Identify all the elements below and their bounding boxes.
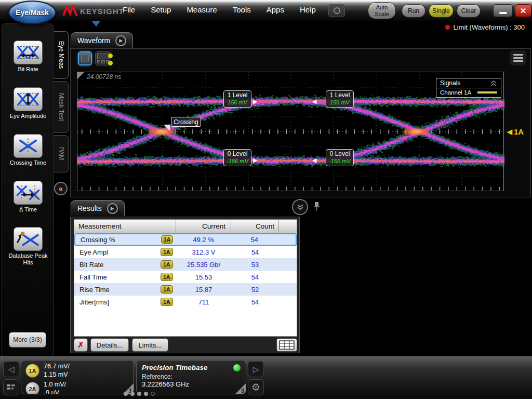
multi-display-icon bbox=[97, 54, 109, 59]
title-bar: KEYSIGHT File Setup Measure Tools Apps H… bbox=[0, 0, 532, 21]
channel-badge: 1A bbox=[161, 298, 172, 306]
clear-button[interactable]: Clear bbox=[457, 4, 481, 18]
results-collapse-button[interactable] bbox=[292, 199, 308, 215]
delete-measurement-button[interactable]: ✗ bbox=[74, 338, 88, 352]
column-measurement[interactable]: Measurement bbox=[74, 220, 176, 233]
one-level-label-right[interactable]: 1 Level 156 mV bbox=[326, 90, 354, 108]
table-row-fall-time[interactable]: Fall Time 1A 15.53 54 bbox=[74, 271, 297, 283]
sidebar-item-label: Crossing Time bbox=[2, 159, 54, 166]
limits-button[interactable]: Limits... bbox=[132, 338, 168, 352]
tab-pam[interactable]: PAM bbox=[54, 135, 69, 172]
zero-level-label-left[interactable]: 0 Level -156 mV bbox=[223, 149, 251, 166]
run-button[interactable]: Run bbox=[402, 4, 425, 18]
legend-channel-swatch bbox=[477, 91, 497, 94]
single-button[interactable]: Single bbox=[429, 4, 454, 18]
table-row-jitter[interactable]: Jitter[rms] 1A 711 54 bbox=[74, 296, 297, 308]
sidebar-item-label: Δ Time bbox=[2, 206, 54, 213]
tab-mask-test[interactable]: Mask Test bbox=[54, 81, 69, 133]
signals-legend[interactable]: Signals Channel 1A bbox=[436, 78, 501, 98]
waveform-menu-button[interactable] bbox=[510, 50, 526, 65]
menu-apps[interactable]: Apps bbox=[267, 5, 284, 14]
channel-badge: 1A bbox=[161, 285, 172, 294]
current-value: 15.87 bbox=[176, 286, 231, 294]
keysight-logo: KEYSIGHT bbox=[62, 5, 124, 17]
channels-next-button[interactable]: ▷ bbox=[248, 361, 264, 377]
single-display-layout-button[interactable] bbox=[78, 51, 92, 65]
settings-button[interactable]: ⚙ bbox=[248, 379, 264, 395]
menu-help[interactable]: Help bbox=[300, 5, 316, 14]
sidebar-item-label: Bit Rate bbox=[2, 66, 54, 73]
measurement-name: Rise Time bbox=[74, 286, 157, 294]
channel-2a-icon[interactable]: 2A bbox=[25, 382, 39, 394]
status-dot-icon bbox=[108, 54, 113, 58]
pin-icon[interactable] bbox=[313, 202, 320, 214]
menu-tools[interactable]: Tools bbox=[233, 5, 251, 14]
minimize-icon bbox=[499, 12, 507, 14]
channel-badge: 1A bbox=[161, 248, 172, 256]
measurement-name: Fall Time bbox=[74, 273, 157, 281]
table-row-eye-ampl[interactable]: Eye Ampl 1A 312.3 V 54 bbox=[74, 246, 297, 258]
reference-label: Reference: bbox=[142, 373, 241, 380]
table-row-bit-rate[interactable]: Bit Rate 1A 25.535 Gb/ 53 bbox=[74, 258, 297, 271]
current-value: 25.535 Gb/ bbox=[176, 261, 231, 269]
minimize-button[interactable] bbox=[493, 4, 513, 17]
status-bar: ◁ 1A 76.7 mV/ 1.15 mV 2A 1.0 mV/ -9 µV bbox=[0, 356, 532, 399]
delta-time-icon bbox=[14, 181, 43, 205]
chevron-up-double-icon[interactable] bbox=[490, 81, 497, 86]
sidebar-item-database-peak-hits[interactable]: Database Peak Hits bbox=[2, 227, 54, 266]
auto-scale-button[interactable]: Auto Scale bbox=[368, 2, 396, 19]
column-count[interactable]: Count bbox=[231, 220, 279, 233]
menu-file[interactable]: File bbox=[123, 5, 135, 14]
channel-list-icon bbox=[7, 384, 16, 391]
legend-channel-label: Channel 1A bbox=[440, 89, 471, 96]
page-indicator-dots[interactable] bbox=[124, 392, 155, 396]
green-led-icon bbox=[233, 364, 241, 371]
level-value: -156 mV bbox=[224, 158, 251, 165]
screenshot-camera-button[interactable] bbox=[328, 4, 345, 17]
close-icon: ✕ bbox=[520, 6, 527, 16]
play-icon[interactable]: ▶ bbox=[107, 203, 118, 214]
channel-list-button[interactable] bbox=[3, 379, 19, 395]
waveform-tab[interactable]: Waveform ▶ bbox=[71, 32, 133, 48]
eye-diagram-plot[interactable]: 24.00728 ns 1 Level 156 mV 1 Level 156 m… bbox=[77, 72, 504, 191]
menu-measure[interactable]: Measure bbox=[187, 5, 217, 14]
count-value: 54 bbox=[231, 248, 279, 256]
crossing-label[interactable]: Crossing bbox=[171, 117, 201, 127]
measurement-name: Crossing % bbox=[75, 236, 158, 244]
sidebar-item-crossing-time[interactable]: Crossing Time bbox=[2, 134, 54, 166]
table-view-button[interactable] bbox=[276, 338, 297, 352]
results-tab[interactable]: Results ▶ bbox=[71, 200, 125, 216]
sidebar-item-delta-time[interactable]: Δ Time bbox=[2, 181, 54, 213]
channels-prev-button[interactable]: ◁ bbox=[3, 361, 19, 377]
column-current[interactable]: Current bbox=[176, 220, 231, 233]
close-button[interactable]: ✕ bbox=[515, 4, 531, 17]
measurement-name: Eye Ampl bbox=[74, 248, 157, 256]
more-measurements-button[interactable]: More (3/3) bbox=[9, 332, 46, 348]
marker-right-icon: ▶ bbox=[253, 157, 257, 164]
channel-1a-marker[interactable]: ◀ 1A bbox=[507, 127, 524, 136]
channel-1a-icon[interactable]: 1A bbox=[25, 364, 39, 378]
channels-panel[interactable]: 1A 76.7 mV/ 1.15 mV 2A 1.0 mV/ -9 µV 1 bbox=[21, 360, 134, 394]
table-row-rise-time[interactable]: Rise Time 1A 15.87 52 bbox=[74, 283, 297, 296]
one-level-label-left[interactable]: 1 Level 156 mV bbox=[223, 90, 251, 108]
current-value: 15.53 bbox=[176, 273, 231, 281]
channel-scale: 1.0 mV/ bbox=[44, 381, 66, 389]
level-name: 0 Level bbox=[224, 150, 251, 158]
camera-lens-icon bbox=[334, 7, 340, 14]
measurement-sidebar: Bit Rate Eye Amplitude Crossing Time bbox=[2, 23, 54, 358]
precision-timebase-panel[interactable]: Precision Timebase Reference: 3.2226563 … bbox=[136, 360, 246, 394]
sidebar-collapse-button[interactable]: « bbox=[54, 182, 68, 195]
tab-eye-meas[interactable]: Eye Meas bbox=[54, 31, 69, 79]
sidebar-item-bit-rate[interactable]: Bit Rate bbox=[2, 41, 54, 73]
count-value: 54 bbox=[231, 298, 279, 306]
table-row-crossing[interactable]: Crossing % 1A 49.2 % 54 bbox=[74, 233, 297, 246]
details-button[interactable]: Details... bbox=[90, 338, 129, 352]
zero-level-label-right[interactable]: 0 Level -156 mV bbox=[326, 149, 354, 166]
level-value: -156 mV bbox=[326, 158, 353, 165]
app-window: KEYSIGHT File Setup Measure Tools Apps H… bbox=[0, 0, 532, 399]
sidebar-item-eye-amplitude[interactable]: Eye Amplitude bbox=[2, 87, 54, 119]
results-table-header: Measurement Current Count bbox=[74, 220, 297, 233]
play-icon[interactable]: ▶ bbox=[115, 35, 126, 46]
eye-mask-mode-button[interactable]: Eye/Mask bbox=[8, 1, 56, 24]
menu-setup[interactable]: Setup bbox=[151, 5, 171, 14]
